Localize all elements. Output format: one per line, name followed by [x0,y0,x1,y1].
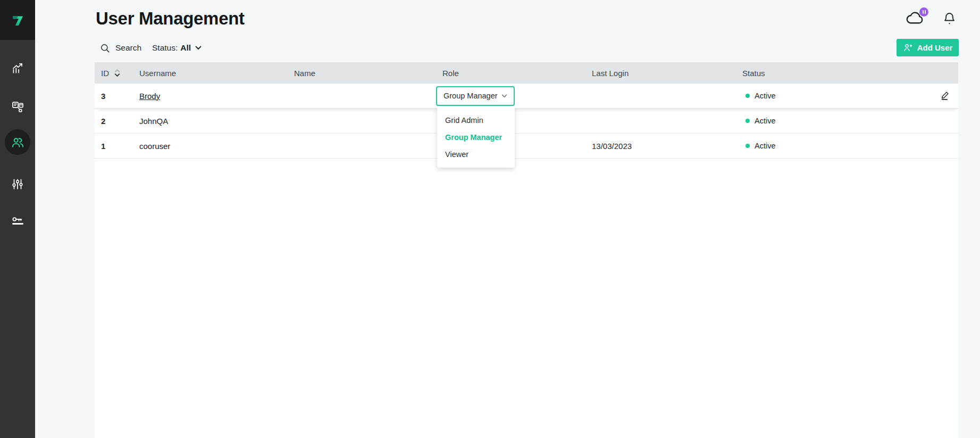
active-item-highlight [5,129,30,155]
table-row[interactable]: 1 cooruser 13/03/2023 Active [95,134,958,159]
column-header-status: Status [742,69,932,78]
page-title: User Management [96,9,245,29]
role-option-viewer[interactable]: Viewer [437,146,515,163]
devices-topology-icon [11,100,25,114]
status-label: Active [755,117,776,125]
username-link[interactable]: Brody [139,92,160,101]
brand-logo-7-icon [10,12,26,28]
status-label: Active [755,92,776,100]
edit-user-button[interactable] [940,90,951,102]
table-header-row: ID Username Name Role Last Login Status [95,62,958,84]
cloud-status-button[interactable] [905,10,928,30]
notification-bell-icon [942,11,957,28]
sidebar [0,0,35,438]
column-header-name: Name [294,69,442,78]
status-dot-icon [746,94,750,98]
role-select[interactable]: Group Manager [436,86,515,106]
sort-icon[interactable] [114,69,120,77]
search-placeholder: Search [115,43,141,53]
search-input[interactable]: Search [100,42,141,54]
column-header-id-label: ID [101,69,109,78]
analytics-chart-icon [11,61,24,75]
cell-status: Active [742,142,932,150]
cell-id: 2 [95,117,139,126]
column-header-role: Role [442,69,592,78]
add-user-label: Add User [917,43,953,52]
edit-pencil-icon [940,90,951,102]
column-header-id[interactable]: ID [95,69,139,78]
username-link[interactable]: cooruser [139,142,170,151]
notifications-button[interactable] [942,11,957,29]
status-dot-icon [746,144,750,148]
role-option-grid-admin[interactable]: Grid Admin [437,112,515,129]
chevron-down-icon [195,46,202,50]
sliders-settings-icon [11,177,24,191]
status-filter-value: All [180,43,191,53]
cell-status: Active [742,117,932,125]
app-logo[interactable] [0,0,35,40]
sidebar-item-devices[interactable] [0,94,35,119]
search-icon [100,43,110,53]
table-row[interactable]: 2 JohnQA Active [95,109,958,134]
api-key-icon [11,214,25,229]
column-header-username: Username [139,69,294,78]
status-label: Active [755,142,776,150]
cell-id: 3 [95,92,139,101]
cell-id: 1 [95,142,139,151]
cell-status: Active [742,92,932,100]
sidebar-item-users[interactable] [0,129,35,155]
sidebar-item-analytics[interactable] [0,55,35,81]
role-select-value: Group Manager [443,92,498,100]
cell-last-login: 13/03/2023 [592,142,742,151]
username-link[interactable]: JohnQA [139,117,168,126]
status-filter-dropdown[interactable]: Status: All [152,42,202,54]
pause-badge-icon [919,7,928,16]
role-option-group-manager[interactable]: Group Manager [437,129,515,146]
users-icon [11,135,25,150]
add-user-button[interactable]: Add User [897,39,959,56]
status-filter-label: Status: [152,43,178,53]
add-user-icon [903,43,913,53]
chevron-down-icon [501,94,507,98]
users-table: ID Username Name Role Last Login Status … [95,62,958,438]
sidebar-item-api-keys[interactable] [0,209,35,234]
role-dropdown-menu: Grid Admin Group Manager Viewer [437,107,515,168]
column-header-last-login: Last Login [592,69,742,78]
sidebar-item-settings[interactable] [0,171,35,197]
status-dot-icon [746,119,750,123]
table-row[interactable]: 3 Brody Group Manager Active [95,84,958,109]
